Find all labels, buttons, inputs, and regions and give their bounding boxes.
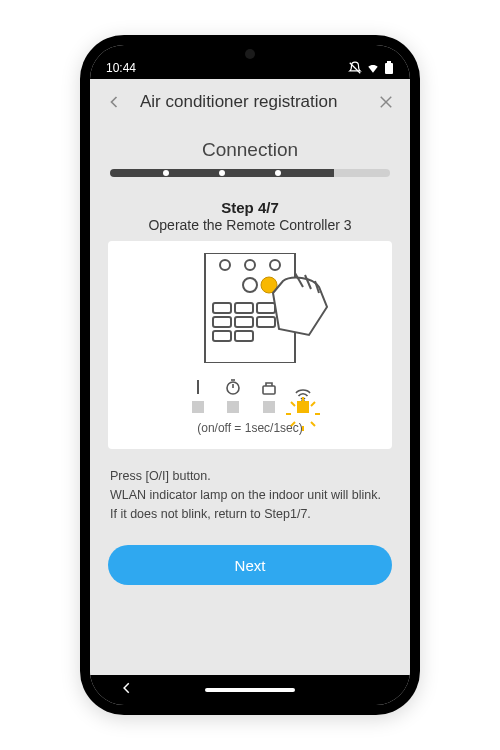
svg-rect-16	[257, 317, 275, 327]
progress-seg	[334, 169, 390, 177]
nav-back-icon	[120, 681, 134, 695]
close-button[interactable]	[372, 88, 400, 116]
app-bar: Air conditioner registration	[90, 79, 410, 125]
svg-line-35	[291, 422, 295, 426]
device-icon	[261, 377, 277, 395]
svg-line-32	[291, 402, 295, 406]
nav-home-button[interactable]	[205, 688, 295, 692]
svg-line-34	[311, 402, 315, 406]
screen: 10:44 Air conditioner registration Conne…	[90, 45, 410, 705]
svg-line-33	[311, 422, 315, 426]
blink-caption: (on/off = 1sec/1sec)	[118, 421, 382, 435]
progress-seg	[110, 169, 166, 177]
android-nav-bar	[90, 675, 410, 705]
timer-icon	[225, 377, 241, 395]
progress-seg	[166, 169, 222, 177]
svg-rect-1	[385, 63, 393, 74]
indicator-wifi	[297, 377, 309, 413]
step-number: Step 4/7	[108, 199, 392, 216]
nav-back-button[interactable]	[120, 681, 134, 699]
progress-bar	[108, 169, 392, 177]
wifi-status-icon	[366, 61, 380, 75]
svg-point-6	[220, 260, 230, 270]
next-button[interactable]: Next	[108, 545, 392, 585]
indicator-row	[118, 377, 382, 413]
page-title: Air conditioner registration	[136, 92, 364, 112]
hand-icon	[273, 273, 327, 335]
instruction-line: Press [O/I] button.	[110, 467, 390, 486]
svg-rect-14	[213, 317, 231, 327]
battery-icon	[384, 61, 394, 75]
status-icons	[348, 61, 394, 75]
progress-seg	[278, 169, 334, 177]
close-icon	[377, 93, 395, 111]
content-area: Connection Step 4/7 Operate the Remote C…	[90, 125, 410, 675]
instruction-line: WLAN indicator lamp on the indoor unit w…	[110, 486, 390, 505]
step-subtitle: Operate the Remote Controller 3	[108, 217, 392, 233]
section-title: Connection	[108, 139, 392, 161]
instruction-line: If it does not blink, return to Step1/7.	[110, 505, 390, 524]
phone-frame: 10:44 Air conditioner registration Conne…	[80, 35, 420, 715]
svg-rect-11	[213, 303, 231, 313]
back-button[interactable]	[100, 88, 128, 116]
svg-point-7	[245, 260, 255, 270]
instruction-text: Press [O/I] button. WLAN indicator lamp …	[108, 467, 392, 523]
svg-point-8	[270, 260, 280, 270]
step-header: Step 4/7 Operate the Remote Controller 3	[108, 199, 392, 233]
svg-rect-26	[263, 386, 275, 394]
svg-rect-15	[235, 317, 253, 327]
front-camera	[245, 49, 255, 59]
indicator-device	[261, 377, 277, 413]
instruction-card: (on/off = 1sec/1sec)	[108, 241, 392, 449]
status-time: 10:44	[106, 61, 136, 75]
svg-rect-13	[257, 303, 275, 313]
remote-illustration	[118, 253, 382, 363]
svg-rect-18	[235, 331, 253, 341]
svg-rect-12	[235, 303, 253, 313]
indicator-power	[191, 377, 205, 413]
bell-off-icon	[348, 61, 362, 75]
svg-point-9	[243, 278, 257, 292]
power-icon	[191, 377, 205, 395]
svg-rect-17	[213, 331, 231, 341]
indicator-timer	[225, 377, 241, 413]
progress-seg	[222, 169, 278, 177]
chevron-left-icon	[104, 92, 124, 112]
svg-rect-2	[387, 61, 391, 63]
